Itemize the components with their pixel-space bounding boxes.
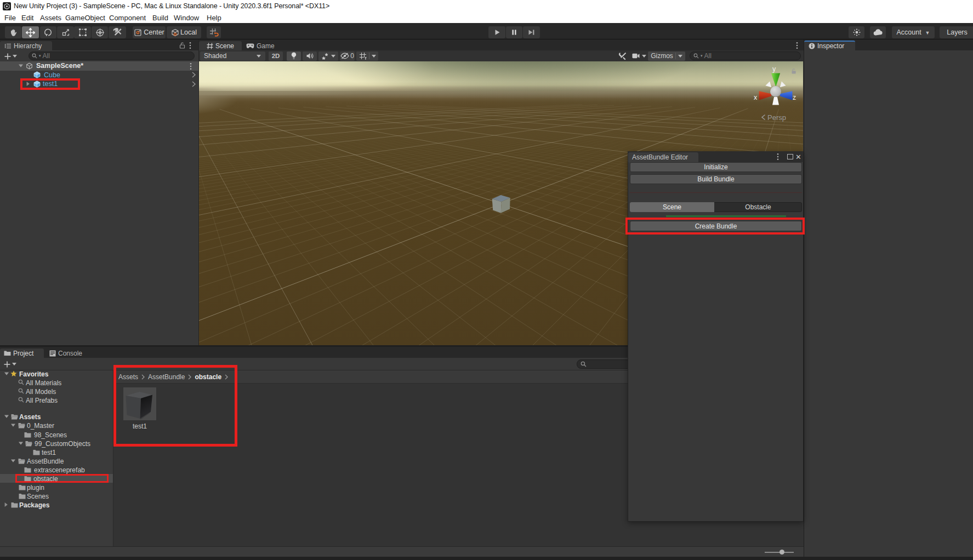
svg-text:z: z xyxy=(793,94,796,101)
svg-text:x: x xyxy=(754,94,758,101)
svg-text:Persp: Persp xyxy=(767,113,786,122)
svg-text:y: y xyxy=(772,65,776,73)
